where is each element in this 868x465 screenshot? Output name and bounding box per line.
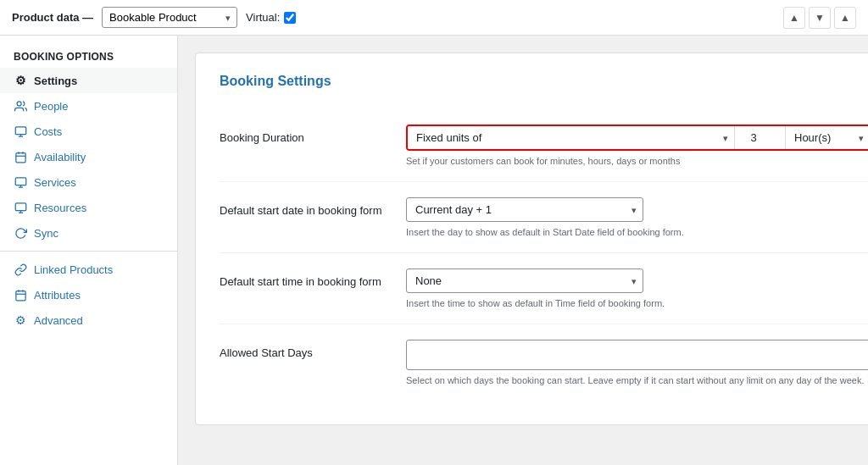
default-start-time-help: Insert the time to show as default in Ti…: [406, 298, 868, 308]
sidebar-item-availability-label: Availability: [34, 151, 86, 163]
availability-icon: [14, 150, 27, 163]
duration-unit-wrapper: Hour(s) Day(s) Minute(s) Month(s) ▾: [786, 126, 868, 149]
sidebar-divider: [0, 251, 177, 252]
sidebar-item-settings-label: Settings: [34, 75, 77, 87]
booking-duration-row: Booking Duration Fixed units of Customer…: [220, 109, 868, 182]
sidebar-item-resources[interactable]: Resources: [0, 195, 177, 220]
advanced-icon: ⚙: [14, 313, 27, 327]
attributes-icon: [14, 288, 27, 302]
nav-expand-button[interactable]: ▲: [834, 7, 856, 29]
sidebar-item-sync[interactable]: Sync: [0, 220, 177, 246]
default-start-date-help: Insert the day to show as default in Sta…: [406, 227, 868, 237]
default-start-date-label: Default start date in booking form: [220, 197, 406, 219]
svg-rect-4: [15, 152, 25, 162]
allowed-start-days-controls: Select on which days the booking can sta…: [406, 340, 868, 385]
svg-point-0: [17, 101, 21, 105]
sidebar-item-resources-label: Resources: [34, 202, 86, 214]
booking-settings-card: Booking Settings Booking Duration Fixed …: [195, 53, 868, 425]
sidebar-item-services-label: Services: [34, 176, 76, 189]
sync-icon: [14, 226, 27, 240]
top-bar: Product data — Bookable Product Simple p…: [0, 0, 868, 36]
resources-icon: [14, 201, 27, 214]
default-start-date-row: Default start date in booking form Curre…: [220, 182, 868, 253]
sidebar-item-attributes[interactable]: Attributes: [0, 282, 177, 307]
default-start-time-row: Default start time in booking form None …: [220, 253, 868, 324]
booking-duration-help: Set if your customers can book for minut…: [406, 156, 868, 166]
duration-type-wrapper: Fixed units of Customer defines Fixed bl…: [408, 126, 735, 149]
settings-icon: ⚙: [14, 74, 27, 87]
default-start-time-wrapper: None 00:00 06:00 08:00 12:00 ▾: [406, 268, 643, 293]
sidebar-item-advanced[interactable]: ⚙ Advanced: [0, 307, 177, 333]
sidebar-section-header: Booking Options: [0, 42, 177, 68]
sidebar-item-costs[interactable]: Costs: [0, 119, 177, 144]
services-icon: [14, 175, 27, 189]
product-data-label: Product data —: [12, 11, 93, 24]
svg-rect-8: [15, 177, 26, 185]
sidebar-item-people[interactable]: People: [0, 93, 177, 119]
allowed-start-days-help: Select on which days the booking can sta…: [406, 375, 868, 385]
sidebar-item-availability[interactable]: Availability: [0, 144, 177, 169]
top-bar-left: Product data — Bookable Product Simple p…: [12, 7, 296, 28]
sidebar-item-attributes-label: Attributes: [34, 289, 81, 302]
duration-type-select[interactable]: Fixed units of Customer defines Fixed bl…: [408, 126, 735, 149]
default-start-time-select[interactable]: None 00:00 06:00 08:00 12:00: [406, 268, 643, 293]
booking-duration-controls: Fixed units of Customer defines Fixed bl…: [406, 125, 868, 166]
allowed-start-days-row: Allowed Start Days Select on which days …: [220, 324, 868, 401]
sidebar-item-people-label: People: [34, 100, 68, 113]
duration-number-input[interactable]: [735, 126, 786, 149]
sidebar-item-services[interactable]: Services: [0, 169, 177, 195]
sidebar-item-advanced-label: Advanced: [34, 314, 83, 327]
virtual-label: Virtual:: [246, 11, 296, 24]
virtual-checkbox[interactable]: [284, 12, 296, 24]
svg-rect-14: [15, 291, 25, 300]
sidebar: Booking Options ⚙ Settings People Costs …: [0, 36, 178, 465]
product-type-wrapper: Bookable Product Simple product Grouped …: [102, 7, 237, 28]
nav-down-button[interactable]: ▼: [809, 7, 831, 29]
duration-unit-select[interactable]: Hour(s) Day(s) Minute(s) Month(s): [786, 126, 868, 149]
allowed-start-days-input[interactable]: [406, 340, 868, 370]
top-bar-nav: ▲ ▼ ▲: [783, 7, 856, 29]
content-area: Booking Settings Booking Duration Fixed …: [178, 36, 868, 465]
sidebar-item-sync-label: Sync: [34, 227, 58, 240]
sidebar-item-costs-label: Costs: [34, 125, 62, 138]
svg-rect-11: [15, 202, 26, 210]
product-type-select[interactable]: Bookable Product Simple product Grouped …: [102, 7, 237, 28]
nav-up-button[interactable]: ▲: [783, 7, 805, 29]
default-start-date-wrapper: Current day + 1 Current day Current day …: [406, 197, 643, 222]
people-icon: [14, 99, 27, 113]
allowed-start-days-label: Allowed Start Days: [220, 340, 406, 362]
sidebar-item-linked-products[interactable]: Linked Products: [0, 257, 177, 282]
svg-rect-1: [15, 126, 26, 134]
linked-products-icon: [14, 263, 27, 276]
default-start-date-select[interactable]: Current day + 1 Current day Current day …: [406, 197, 643, 222]
default-start-date-controls: Current day + 1 Current day Current day …: [406, 197, 868, 237]
virtual-text: Virtual:: [246, 11, 280, 24]
default-start-time-controls: None 00:00 06:00 08:00 12:00 ▾ Insert th…: [406, 268, 868, 308]
costs-icon: [14, 125, 27, 138]
default-start-time-label: Default start time in booking form: [220, 268, 406, 291]
booking-duration-label: Booking Duration: [220, 125, 406, 147]
main-layout: Booking Options ⚙ Settings People Costs …: [0, 36, 868, 465]
sidebar-item-linked-products-label: Linked Products: [34, 263, 113, 276]
sidebar-item-settings[interactable]: ⚙ Settings: [0, 68, 177, 93]
card-title: Booking Settings: [220, 74, 868, 89]
duration-highlight: Fixed units of Customer defines Fixed bl…: [406, 125, 868, 151]
